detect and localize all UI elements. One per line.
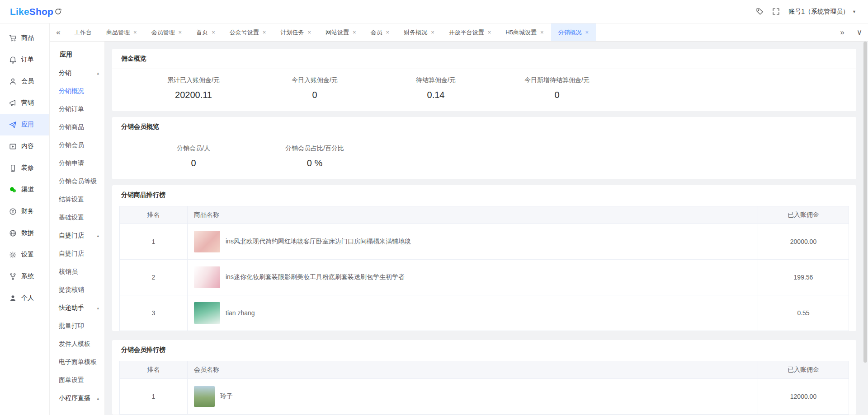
- stat-distribution-members: 分销会员/人 0: [133, 145, 254, 168]
- sidebar-item-data[interactable]: 数据: [0, 222, 49, 244]
- tab-member-manage[interactable]: 会员管理 ×: [144, 23, 189, 41]
- logo-text-like: Like: [10, 6, 29, 17]
- branch-icon: [9, 273, 17, 280]
- sidebar-item-content[interactable]: 内容: [0, 135, 49, 157]
- submenu-group-distribution[interactable]: 分销 ▴: [50, 64, 104, 82]
- submenu-item-basic-settings[interactable]: 基础设置: [50, 209, 104, 227]
- tab-website-settings[interactable]: 网站设置 ×: [318, 23, 363, 41]
- commission-cell: 199.56: [758, 260, 849, 295]
- tab-h5-mall-settings[interactable]: H5商城设置 ×: [498, 23, 551, 41]
- sidebar-item-label: 应用: [21, 121, 34, 129]
- vertical-scrollbar[interactable]: [863, 42, 867, 415]
- table-row: 3 tian zhang 0.55: [120, 295, 849, 331]
- table-header-row: 排名 会员名称 已入账佣金: [120, 361, 849, 379]
- submenu-group-mini-program-live[interactable]: 小程序直播 ▴: [50, 389, 104, 407]
- tabs-menu-chevron-down-icon[interactable]: ∨: [851, 23, 868, 41]
- sidebar-item-channel[interactable]: 渠道: [0, 179, 49, 201]
- tab-open-platform-settings[interactable]: 开放平台设置 ×: [442, 23, 499, 41]
- close-icon[interactable]: ×: [386, 29, 390, 35]
- submenu-item-distribution-member-level[interactable]: 分销会员等级: [50, 173, 104, 191]
- tab-label: 计划任务: [280, 28, 304, 37]
- caret-down-icon: ▼: [852, 9, 856, 14]
- tab-label: 开放平台设置: [449, 28, 484, 37]
- tab-distribution-overview[interactable]: 分销概况 ×: [551, 23, 596, 41]
- card-title: 分销会员排行榜: [112, 340, 856, 360]
- tab-official-account-settings[interactable]: 公众号设置 ×: [222, 23, 274, 41]
- submenu-item-distribution-members[interactable]: 分销会员: [50, 136, 104, 154]
- refresh-icon[interactable]: [50, 4, 66, 20]
- close-icon[interactable]: ×: [307, 29, 311, 35]
- sidebar-item-members[interactable]: 会员: [0, 70, 49, 92]
- commission-cell: 12000.00: [758, 379, 849, 414]
- submenu-group-express-helper[interactable]: 快递助手 ▴: [50, 299, 104, 317]
- fullscreen-icon[interactable]: [768, 4, 784, 20]
- sidebar-item-decorate[interactable]: 装修: [0, 157, 49, 179]
- stat-value: 0: [254, 90, 375, 100]
- close-icon[interactable]: ×: [585, 29, 589, 35]
- tab-members[interactable]: 会员 ×: [363, 23, 397, 41]
- close-icon[interactable]: ×: [263, 29, 266, 35]
- stat-value: 0.14: [375, 90, 496, 100]
- table-row: 2 ins迷你化妆刷套装眼影刷美妆工具粉底刷套装送刷包学生初学者 199.56: [120, 260, 849, 295]
- close-icon[interactable]: ×: [540, 29, 544, 35]
- sidebar-item-finance[interactable]: 财务: [0, 201, 49, 222]
- arrow-up-icon: ▴: [97, 396, 99, 401]
- media-icon: [9, 143, 17, 150]
- stat-value: 0 %: [254, 158, 375, 168]
- sidebar-item-profile[interactable]: 个人: [0, 287, 49, 309]
- commission-cell: 0.55: [758, 295, 849, 331]
- tag-icon[interactable]: [751, 4, 768, 20]
- tabs-scroll-left-icon[interactable]: «: [50, 23, 67, 41]
- close-icon[interactable]: ×: [133, 29, 137, 35]
- column-header-name: 商品名称: [188, 206, 758, 224]
- group-label: 快递助手: [59, 304, 97, 312]
- column-header-name: 会员名称: [188, 361, 758, 378]
- tab-goods-manage[interactable]: 商品管理 ×: [99, 23, 144, 41]
- submenu-item-e-waybill-template[interactable]: 电子面单模板: [50, 353, 104, 371]
- account-menu[interactable]: 账号1（系统管理员） ▼: [784, 8, 868, 16]
- submenu-item-distribution-overview[interactable]: 分销概况: [50, 82, 104, 100]
- submenu-item-sender-template[interactable]: 发件人模板: [50, 335, 104, 353]
- submenu-item-distribution-orders[interactable]: 分销订单: [50, 100, 104, 118]
- close-icon[interactable]: ×: [212, 29, 215, 35]
- column-header-commission: 已入账佣金: [758, 361, 849, 378]
- product-cell: tian zhang: [188, 295, 758, 331]
- submenu-item-verifier[interactable]: 核销员: [50, 263, 104, 281]
- sidebar-item-system[interactable]: 系统: [0, 266, 49, 287]
- submenu-group-pickup-store[interactable]: 自提门店 ▴: [50, 227, 104, 245]
- scrollbar-thumb[interactable]: [863, 42, 867, 363]
- tab-finance-overview[interactable]: 财务概况 ×: [396, 23, 442, 41]
- stat-label: 今日入账佣金/元: [254, 76, 375, 84]
- close-icon[interactable]: ×: [431, 29, 434, 35]
- close-icon[interactable]: ×: [353, 29, 356, 35]
- sidebar-item-label: 营销: [21, 99, 34, 107]
- product-ranking-table: 排名 商品名称 已入账佣金 1 ins风北欧现代简约网红地毯客厅卧室床边门口房间…: [119, 206, 849, 331]
- stat-pending-commission: 待结算佣金/元 0.14: [375, 76, 496, 100]
- tabs-scroll-right-icon[interactable]: »: [834, 23, 851, 41]
- sidebar-item-marketing[interactable]: 营销: [0, 92, 49, 114]
- submenu-item-pickup-verification[interactable]: 提货核销: [50, 281, 104, 299]
- member-name: 玲子: [220, 392, 233, 401]
- top-header: LikeShop 账号1（系统管理员） ▼: [0, 0, 868, 23]
- submenu-item-distribution-apply[interactable]: 分销申请: [50, 154, 104, 173]
- sidebar-item-goods[interactable]: 商品: [0, 27, 49, 49]
- tab-home[interactable]: 首页 ×: [189, 23, 222, 41]
- close-icon[interactable]: ×: [179, 29, 182, 35]
- sidebar-item-settings[interactable]: 设置: [0, 244, 49, 266]
- submenu-item-settlement-settings[interactable]: 结算设置: [50, 191, 104, 209]
- close-icon[interactable]: ×: [488, 29, 491, 35]
- submenu-item-pickup-store[interactable]: 自提门店: [50, 245, 104, 263]
- arrow-up-icon: ▴: [97, 233, 99, 238]
- tab-scheduled-tasks[interactable]: 计划任务 ×: [273, 23, 318, 41]
- cart-icon: [9, 34, 17, 42]
- sidebar-item-apps[interactable]: 应用: [0, 114, 49, 135]
- column-header-rank: 排名: [120, 361, 188, 378]
- table-header-row: 排名 商品名称 已入账佣金: [120, 206, 849, 224]
- submenu-item-waybill-settings[interactable]: 面单设置: [50, 371, 104, 389]
- sidebar-item-label: 订单: [21, 56, 34, 64]
- sidebar-item-orders[interactable]: 订单: [0, 49, 49, 70]
- tab-workspace[interactable]: 工作台: [67, 23, 99, 41]
- submenu-item-distribution-goods[interactable]: 分销商品: [50, 118, 104, 136]
- submenu-item-batch-print[interactable]: 批量打印: [50, 317, 104, 335]
- member-ranking-table: 排名 会员名称 已入账佣金 1 玲子 12000.00: [119, 361, 849, 415]
